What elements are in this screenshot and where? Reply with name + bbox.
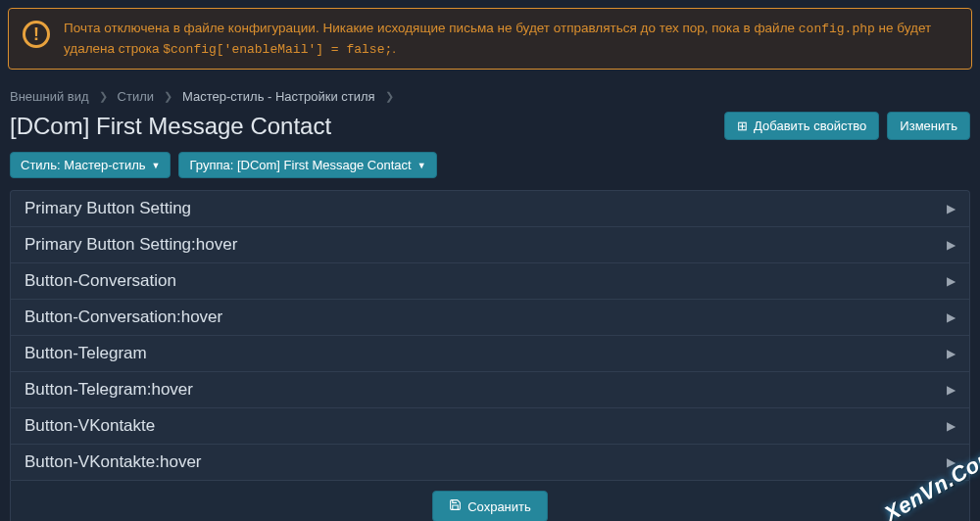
- alert-text: Почта отключена в файле конфигурации. Ни…: [64, 19, 957, 59]
- chevron-right-icon: ▶: [947, 202, 956, 215]
- chevron-right-icon: ▶: [947, 455, 956, 469]
- caret-down-icon: ▼: [417, 161, 426, 170]
- group-filter-dropdown[interactable]: Группа: [DCom] First Message Contact ▼: [178, 152, 436, 178]
- page-title: [DCom] First Message Contact: [10, 113, 331, 140]
- edit-button[interactable]: Изменить: [887, 112, 970, 140]
- style-filter-dropdown[interactable]: Стиль: Мастер-стиль ▼: [10, 152, 171, 178]
- breadcrumb-current: Мастер-стиль - Настройки стиля: [182, 89, 375, 104]
- property-label: Button-Telegram: [24, 344, 147, 363]
- breadcrumb: Внешний вид ❯ Стили ❯ Мастер-стиль - Нас…: [0, 77, 980, 112]
- property-row[interactable]: Button-Telegram ▶: [10, 335, 970, 371]
- warning-icon: !: [23, 21, 50, 48]
- breadcrumb-link-styles[interactable]: Стили: [118, 89, 154, 104]
- breadcrumb-link-appearance[interactable]: Внешний вид: [10, 89, 89, 104]
- property-row[interactable]: Button-Conversation:hover ▶: [10, 299, 970, 335]
- chevron-right-icon: ▶: [947, 310, 956, 324]
- property-label: Button-Conversation: [24, 271, 176, 291]
- property-label: Button-VKontakte:hover: [24, 452, 202, 472]
- style-filter-label: Стиль: Мастер-стиль: [21, 158, 146, 172]
- save-label: Сохранить: [467, 499, 531, 514]
- property-label: Primary Button Setting:hover: [24, 235, 237, 255]
- chevron-right-icon: ❯: [164, 90, 172, 103]
- add-property-button[interactable]: ⊞ Добавить свойство: [724, 112, 879, 140]
- property-label: Primary Button Setting: [24, 199, 191, 218]
- group-filter-label: Группа: [DCom] First Message Contact: [189, 158, 411, 172]
- property-row[interactable]: Button-Conversation ▶: [10, 262, 970, 299]
- chevron-right-icon: ▶: [947, 383, 956, 397]
- caret-down-icon: ▼: [152, 161, 161, 170]
- property-row[interactable]: Button-VKontakte ▶: [10, 407, 970, 444]
- footer-bar: Сохранить: [10, 480, 970, 521]
- mail-disabled-alert: ! Почта отключена в файле конфигурации. …: [8, 8, 972, 70]
- chevron-right-icon: ▶: [947, 347, 956, 360]
- chevron-right-icon: ❯: [385, 90, 394, 103]
- chevron-right-icon: ▶: [947, 238, 956, 252]
- property-label: Button-VKontakte: [24, 416, 155, 436]
- property-row[interactable]: Button-VKontakte:hover ▶: [10, 444, 970, 480]
- property-row[interactable]: Button-Telegram:hover ▶: [10, 371, 970, 407]
- save-icon: [449, 498, 462, 514]
- property-row[interactable]: Primary Button Setting:hover ▶: [10, 226, 970, 262]
- property-row[interactable]: Primary Button Setting ▶: [10, 190, 970, 226]
- plus-icon: ⊞: [737, 118, 748, 133]
- property-label: Button-Telegram:hover: [24, 380, 193, 400]
- add-property-label: Добавить свойство: [754, 118, 866, 133]
- chevron-right-icon: ▶: [947, 419, 956, 433]
- chevron-right-icon: ▶: [947, 274, 956, 288]
- property-list: Primary Button Setting ▶ Primary Button …: [10, 190, 970, 480]
- property-label: Button-Conversation:hover: [24, 308, 222, 327]
- chevron-right-icon: ❯: [99, 90, 108, 103]
- save-button[interactable]: Сохранить: [432, 491, 548, 521]
